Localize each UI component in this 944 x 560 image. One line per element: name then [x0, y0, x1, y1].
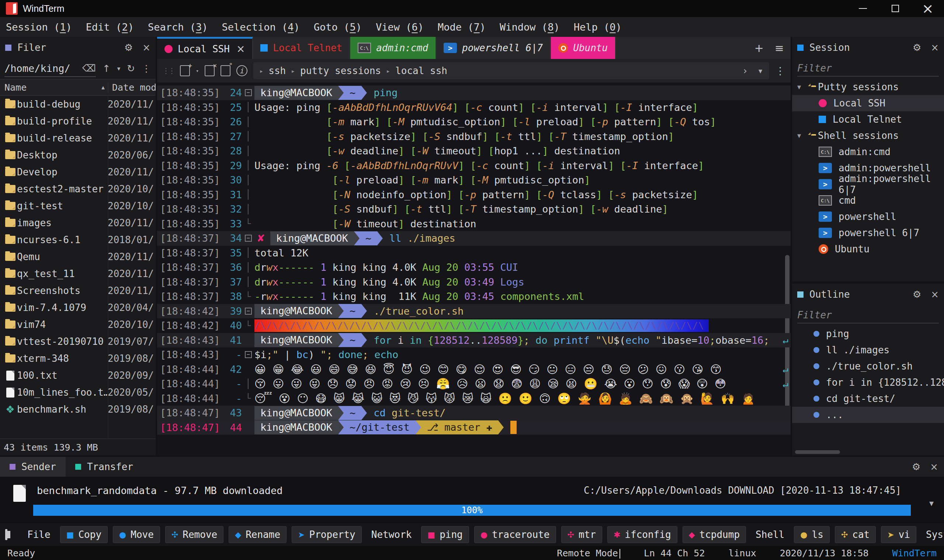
breadcrumb-segment[interactable]: local ssh	[395, 65, 447, 76]
file-row[interactable]: Develop2020/11/	[0, 163, 156, 180]
maximize-button[interactable]	[879, 0, 912, 17]
session-item[interactable]: Local Telnet	[792, 111, 944, 128]
toolbar-button-remove[interactable]: ✣Remove	[165, 526, 224, 543]
fold-collapse-icon[interactable]: −	[245, 351, 252, 358]
menu-view[interactable]: View (6)	[376, 22, 424, 33]
menu-window[interactable]: Window (8)	[500, 22, 560, 33]
address-menu-icon[interactable]: ⋮	[775, 65, 785, 77]
new-session-dropdown-icon[interactable]: ▾	[196, 68, 199, 74]
status-eol[interactable]: linux	[728, 548, 756, 558]
file-row[interactable]: 10m_lines_foo.t…2020/05/	[0, 384, 156, 401]
session-item[interactable]: >admin:powershell 6|7	[792, 176, 944, 192]
outline-item[interactable]: ll ./images	[792, 342, 944, 358]
tab-powershell-6-7[interactable]: >powershell 6|7	[436, 37, 551, 59]
file-row[interactable]: 100.txt2020/09/	[0, 367, 156, 384]
close-session-icon[interactable]: ×	[205, 65, 214, 76]
file-row[interactable]: qx_test_112020/11/	[0, 265, 156, 282]
status-mode[interactable]: Remote Mode	[557, 548, 620, 558]
outline-item[interactable]: ping	[792, 326, 944, 342]
breadcrumb-segment[interactable]: ssh	[268, 65, 286, 76]
session-item[interactable]: C:\admin:cmd	[792, 144, 944, 160]
tab-close-icon[interactable]: ×	[236, 43, 245, 55]
drag-handle[interactable]: ⋮⋮	[162, 66, 174, 75]
file-row[interactable]: xterm-3482019/08/	[0, 350, 156, 367]
file-row[interactable]: build-debug2020/11/	[0, 96, 156, 113]
file-row[interactable]: vim-7.4.10792020/04/	[0, 299, 156, 316]
toolbar-button-tcpdump[interactable]: ◆tcpdump	[683, 526, 747, 543]
menu-search[interactable]: Search (3)	[148, 22, 208, 33]
tab-ubuntu[interactable]: Ubuntu	[551, 37, 616, 59]
session-group-putty-sessions[interactable]: ▼Putty sessions	[792, 79, 944, 95]
outline-item[interactable]: for i in {128512..128589}	[792, 374, 944, 391]
file-list[interactable]: build-debug2020/11/build-profile2020/11/…	[0, 96, 156, 438]
file-row[interactable]: build-profile2020/11/	[0, 113, 156, 130]
fold-marker[interactable]: −	[242, 351, 255, 358]
file-row[interactable]: build-release2020/11/	[0, 130, 156, 147]
transfer-tab-transfer[interactable]: Transfer	[66, 457, 143, 477]
run-chevron-icon[interactable]: ›	[742, 65, 748, 76]
fold-collapse-icon[interactable]: −	[245, 308, 252, 315]
session-close-icon[interactable]: ×	[931, 42, 939, 53]
tab-list-icon[interactable]: ≡	[775, 42, 784, 54]
menu-goto[interactable]: Goto (5)	[314, 22, 362, 33]
tab-local-telnet[interactable]: Local Telnet	[253, 37, 350, 59]
file-row[interactable]: vttest-201907102019/07/	[0, 333, 156, 350]
toolbar-button-vi[interactable]: ➤vi	[881, 526, 916, 543]
fold-marker[interactable]: −	[242, 308, 255, 315]
transfer-close-icon[interactable]: ×	[930, 461, 938, 472]
new-tab-icon[interactable]: +	[754, 42, 764, 54]
session-item[interactable]: >powershell	[792, 209, 944, 225]
new-session-icon[interactable]: +	[180, 65, 190, 76]
file-row[interactable]: esctest2-master2020/10/	[0, 180, 156, 197]
outline-settings-icon[interactable]: ⚙	[913, 289, 921, 300]
outline-item[interactable]: ./true_color.sh	[792, 358, 944, 374]
toolbar-button-move[interactable]: ●Move	[113, 526, 160, 543]
reopen-session-icon[interactable]: °	[221, 65, 230, 76]
breadcrumb[interactable]: ▸ssh▸putty sessions▸local ssh›▾	[253, 62, 769, 79]
transfer-settings-icon[interactable]: ⚙	[912, 461, 921, 472]
info-icon[interactable]: i	[236, 65, 247, 76]
path-dropdown-icon[interactable]: ▾	[117, 65, 120, 72]
fold-collapse-icon[interactable]: −	[245, 89, 252, 96]
fold-collapse-icon[interactable]: −	[245, 235, 252, 242]
path-field[interactable]: /home/king/ ⌫	[5, 60, 96, 77]
column-name[interactable]: Name ▲	[0, 82, 108, 93]
tab-admin-cmd[interactable]: C:\admin:cmd	[350, 37, 436, 59]
minimize-button[interactable]	[847, 0, 879, 17]
fold-marker[interactable]: −	[242, 235, 255, 242]
outline-filter-input[interactable]	[797, 307, 939, 323]
outline-hscrollbar[interactable]	[795, 450, 840, 454]
fold-marker[interactable]: −	[242, 89, 255, 96]
session-filter-input[interactable]	[797, 60, 939, 77]
outline-close-icon[interactable]: ×	[931, 289, 939, 300]
file-row[interactable]: git-test2020/10/	[0, 197, 156, 214]
close-button[interactable]: ×	[912, 0, 944, 17]
menu-selection[interactable]: Selection (4)	[222, 22, 300, 33]
file-row[interactable]: vim742020/10/	[0, 316, 156, 333]
outline-item[interactable]: cd git-test/	[792, 391, 944, 407]
chevron-down-icon[interactable]: ▼	[797, 83, 805, 91]
transfer-tab-sender[interactable]: Sender	[0, 457, 66, 477]
file-row[interactable]: ❖benchmark.sh2019/08/	[0, 401, 156, 418]
menu-help[interactable]: Help (0)	[574, 22, 622, 33]
filer-close-icon[interactable]: ×	[142, 42, 150, 53]
menu-session[interactable]: Session (1)	[6, 22, 72, 33]
breadcrumb-segment[interactable]: putty sessions	[300, 65, 381, 76]
file-row[interactable]: ncurses-6.12018/01/	[0, 231, 156, 248]
current-path[interactable]: /home/king/	[5, 63, 82, 74]
session-item[interactable]: >powershell 6|7	[792, 225, 944, 241]
toolbar-button-ping[interactable]: ■ping	[421, 526, 469, 543]
filer-menu-icon[interactable]: ⋮	[142, 63, 151, 74]
session-item[interactable]: Local SSH	[792, 95, 944, 111]
file-row[interactable]: Screenshots2020/11/	[0, 282, 156, 299]
toolbar-button-ifconfig[interactable]: ✱ifconfig	[607, 526, 677, 543]
toolbar-button-cat[interactable]: ✣cat	[835, 526, 876, 543]
column-date-modified[interactable]: Date mod	[108, 82, 156, 93]
clear-path-icon[interactable]: ⌫	[82, 63, 96, 74]
menu-edit[interactable]: Edit (2)	[86, 22, 134, 33]
toolbar-button-rename[interactable]: ◆Rename	[228, 526, 287, 543]
toolbar-button-property[interactable]: ➤Property	[292, 526, 362, 543]
session-group-shell-sessions[interactable]: ▼Shell sessions	[792, 128, 944, 144]
menu-mode[interactable]: Mode (7)	[438, 22, 486, 33]
status-position[interactable]: Ln 44 Ch 52	[644, 548, 705, 558]
